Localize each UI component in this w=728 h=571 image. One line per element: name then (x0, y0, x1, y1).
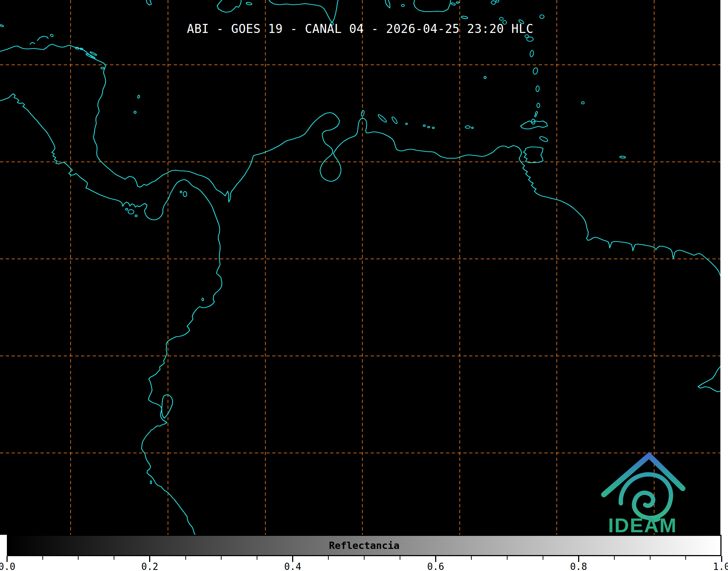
colorbar-minor-tick (400, 556, 400, 560)
colorbar-minor-tick (614, 556, 615, 560)
colorbar-minor-tick (650, 556, 651, 560)
colorbar-label: Reflectancia (8, 536, 720, 555)
islands (0, 0, 626, 484)
satellite-map: ABI - GOES 19 - CANAL 04 - 2026-04-25 23… (0, 0, 720, 535)
colorbar-minor-tick (42, 556, 43, 560)
map-title: ABI - GOES 19 - CANAL 04 - 2026-04-25 23… (0, 22, 720, 36)
figure-root: { "title": {"text": "ABI - GOES 19 - CAN… (0, 0, 728, 571)
colorbar-tick-label: 0.4 (284, 561, 301, 571)
colorbar-minor-tick (78, 556, 79, 560)
colorbar-minor-tick (364, 556, 365, 560)
ideam-logo-text: IDEAM (594, 513, 691, 535)
colorbar-minor-tick (114, 556, 114, 560)
colorbar-minor-tick (185, 556, 186, 560)
colorbar-axis: 0.00.20.40.60.81.0 (7, 556, 721, 571)
colorbar-tick-label: 0.0 (0, 561, 15, 571)
colorbar-tick-label: 1.0 (713, 561, 728, 571)
colorbar-tick-label: 0.6 (427, 561, 444, 571)
colorbar-tick-label: 0.8 (570, 561, 587, 571)
colorbar-minor-tick (543, 556, 543, 560)
colorbar-tick-label: 0.2 (141, 561, 158, 571)
colorbar-minor-tick (221, 556, 222, 560)
colorbar-minor-tick (257, 556, 257, 560)
colorbar-minor-tick (471, 556, 472, 560)
colorbar-minor-tick (685, 556, 686, 560)
ideam-logo: IDEAM (594, 449, 695, 535)
colorbar-minor-tick (328, 556, 329, 560)
colorbar-minor-tick (507, 556, 508, 560)
reflectance-colorbar: Reflectancia (7, 535, 721, 556)
